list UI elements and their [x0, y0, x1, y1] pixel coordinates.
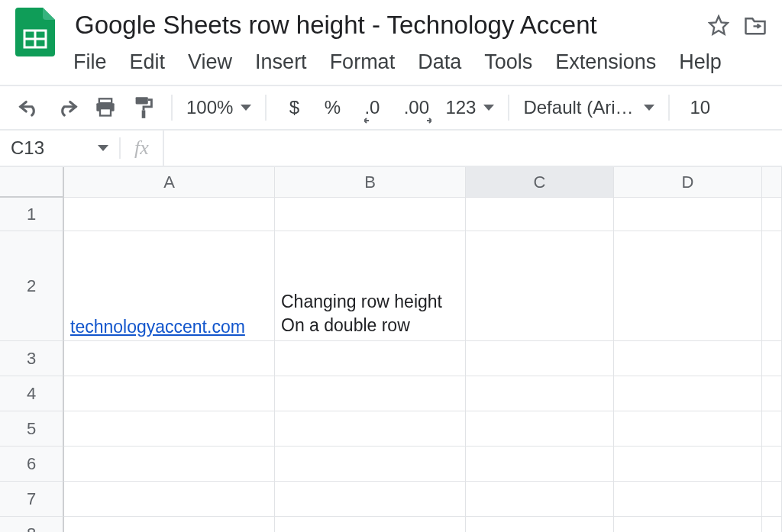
- column-header-C[interactable]: C: [466, 167, 614, 198]
- formula-bar: C13 fx: [0, 129, 782, 167]
- column-header-D[interactable]: D: [614, 167, 762, 198]
- cell-B4[interactable]: [275, 376, 466, 411]
- name-box-value: C13: [11, 137, 44, 159]
- menu-insert[interactable]: Insert: [255, 50, 307, 74]
- name-box[interactable]: C13: [0, 137, 121, 159]
- spreadsheet-grid: A B C D 1 2 technologyaccent.com Changin…: [0, 167, 782, 532]
- increase-decimal-label: .00: [404, 97, 429, 118]
- row-header-5[interactable]: 5: [0, 411, 64, 447]
- cell-A1[interactable]: [64, 198, 275, 231]
- cell-E2[interactable]: [762, 231, 782, 341]
- cell-B1[interactable]: [275, 198, 466, 231]
- cell-E6[interactable]: [762, 447, 782, 482]
- cell-C8[interactable]: [466, 517, 614, 532]
- cell-B2[interactable]: Changing row height On a double row: [275, 231, 466, 341]
- svg-rect-4: [99, 98, 111, 103]
- cell-A4[interactable]: [64, 376, 275, 411]
- toolbar-separator: [171, 95, 173, 121]
- menu-extensions[interactable]: Extensions: [555, 50, 656, 74]
- star-icon[interactable]: [706, 12, 732, 38]
- font-name: Default (Ari…: [523, 97, 633, 118]
- paint-format-button[interactable]: [130, 94, 157, 121]
- menu-data[interactable]: Data: [418, 50, 461, 74]
- menu-help[interactable]: Help: [679, 50, 722, 74]
- cell-C2[interactable]: [466, 231, 614, 341]
- more-formats-button[interactable]: 123: [445, 97, 494, 118]
- menu-edit[interactable]: Edit: [130, 50, 166, 74]
- cell-C6[interactable]: [466, 447, 614, 482]
- cell-E7[interactable]: [762, 482, 782, 517]
- increase-decimal-button[interactable]: .00: [398, 94, 435, 121]
- cell-D2[interactable]: [614, 231, 762, 341]
- title-area: Google Sheets row height - Technology Ac…: [73, 8, 771, 85]
- sheets-logo[interactable]: [11, 8, 60, 56]
- column-header-E[interactable]: [762, 167, 782, 198]
- svg-rect-7: [136, 97, 148, 104]
- cell-C3[interactable]: [466, 341, 614, 376]
- cell-D5[interactable]: [614, 411, 762, 447]
- cell-A6[interactable]: [64, 447, 275, 482]
- cell-D6[interactable]: [614, 447, 762, 482]
- document-title[interactable]: Google Sheets row height - Technology Ac…: [73, 8, 599, 43]
- row-header-4[interactable]: 4: [0, 376, 64, 411]
- cell-B6[interactable]: [275, 447, 466, 482]
- cell-B7[interactable]: [275, 482, 466, 517]
- cell-B8[interactable]: [275, 517, 466, 532]
- format-currency-button[interactable]: $: [280, 94, 308, 121]
- cell-A2[interactable]: technologyaccent.com: [64, 231, 275, 341]
- redo-button[interactable]: [53, 94, 81, 121]
- toolbar-separator: [265, 95, 267, 121]
- toolbar: 100% $ % .0 .00 123 Default (Ari… 10: [0, 86, 782, 129]
- menu-format[interactable]: Format: [330, 50, 396, 74]
- menu-view[interactable]: View: [188, 50, 232, 74]
- move-to-folder-icon[interactable]: [742, 12, 768, 38]
- row-header-1[interactable]: 1: [0, 198, 64, 231]
- font-size-input[interactable]: 10: [683, 97, 710, 118]
- cell-D4[interactable]: [614, 376, 762, 411]
- more-formats-label: 123: [445, 97, 476, 118]
- toolbar-separator: [668, 95, 670, 121]
- cell-B5[interactable]: [275, 411, 466, 447]
- cell-E5[interactable]: [762, 411, 782, 447]
- cell-D7[interactable]: [614, 482, 762, 517]
- cell-C7[interactable]: [466, 482, 614, 517]
- cell-A8[interactable]: [64, 517, 275, 532]
- row-header-8[interactable]: 8: [0, 517, 64, 532]
- cell-D3[interactable]: [614, 341, 762, 376]
- select-all-corner[interactable]: [0, 167, 64, 198]
- cell-C1[interactable]: [466, 198, 614, 231]
- column-header-B[interactable]: B: [275, 167, 466, 198]
- cell-E4[interactable]: [762, 376, 782, 411]
- row-header-6[interactable]: 6: [0, 447, 64, 482]
- cell-E1[interactable]: [762, 198, 782, 231]
- row-header-2[interactable]: 2: [0, 231, 64, 341]
- cell-A7[interactable]: [64, 482, 275, 517]
- cell-E8[interactable]: [762, 517, 782, 532]
- cell-D1[interactable]: [614, 198, 762, 231]
- cell-C4[interactable]: [466, 376, 614, 411]
- cell-A5[interactable]: [64, 411, 275, 447]
- row-header-3[interactable]: 3: [0, 341, 64, 376]
- chevron-down-icon: [241, 105, 251, 111]
- cell-B3[interactable]: [275, 341, 466, 376]
- cell-D8[interactable]: [614, 517, 762, 532]
- column-header-A[interactable]: A: [64, 167, 275, 198]
- undo-button[interactable]: [15, 94, 43, 121]
- row-header-7[interactable]: 7: [0, 482, 64, 517]
- format-percent-button[interactable]: %: [318, 94, 346, 121]
- cell-E3[interactable]: [762, 341, 782, 376]
- fx-label: fx: [121, 131, 164, 166]
- menu-bar: File Edit View Insert Format Data Tools …: [73, 43, 771, 85]
- zoom-value: 100%: [186, 97, 233, 118]
- chevron-down-icon: [98, 145, 108, 151]
- zoom-selector[interactable]: 100%: [186, 97, 251, 118]
- cell-A3[interactable]: [64, 341, 275, 376]
- cell-A2-link[interactable]: technologyaccent.com: [70, 317, 245, 337]
- decrease-decimal-button[interactable]: .0: [357, 94, 387, 121]
- print-button[interactable]: [92, 94, 119, 121]
- menu-file[interactable]: File: [73, 50, 107, 74]
- font-selector[interactable]: Default (Ari…: [523, 97, 654, 118]
- cell-C5[interactable]: [466, 411, 614, 447]
- svg-rect-8: [142, 110, 146, 118]
- menu-tools[interactable]: Tools: [484, 50, 532, 74]
